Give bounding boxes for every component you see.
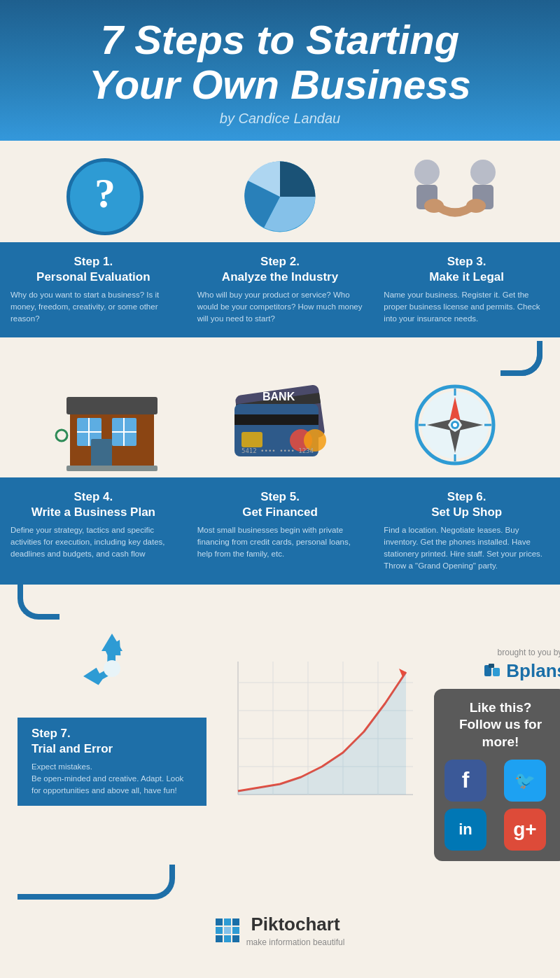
byline: by Candice Landau: [21, 111, 539, 127]
step3-info: Step 3. Make it Legal Name your business…: [373, 251, 560, 329]
svg-point-7: [56, 430, 67, 441]
step5-title: Step 5. Get Financed: [197, 489, 363, 520]
svg-rect-9: [66, 397, 158, 414]
handshake-icon: [410, 158, 500, 239]
svg-text:5412 •••• •••• 1234: 5412 •••• •••• 1234: [241, 447, 314, 454]
piktochart-tagline: make information beautiful: [246, 937, 345, 947]
bottom-icons-row: BANK 5412 •••• •••• 1234: [0, 376, 560, 474]
compass-icon: [413, 383, 497, 467]
step7-title: Step 7. Trial and Error: [31, 726, 192, 757]
social-icons-grid: f 🐦 in g+: [444, 760, 556, 851]
facebook-icon[interactable]: f: [444, 760, 486, 802]
left-curve-row: [0, 585, 560, 623]
twitter-icon[interactable]: 🐦: [504, 760, 546, 802]
step4-title: Step 4. Write a Business Plan: [10, 489, 176, 520]
infographic: 7 Steps to Starting Your Own Business by…: [0, 0, 560, 962]
svg-marker-51: [238, 672, 406, 795]
social-cta: Like this? Follow us for more!: [444, 699, 556, 751]
growth-chart: [217, 655, 420, 816]
curve-right-connector: [500, 341, 542, 376]
step6-info: Step 6. Set Up Shop Find a location. Neg…: [373, 486, 560, 576]
recycle-icon: [70, 627, 154, 711]
step1-desc: Why do you want to start a business? Is …: [10, 289, 176, 326]
social-column: brought to you by : Bplans Like this? Fo…: [430, 648, 560, 861]
bottom-curve-element: [18, 865, 175, 900]
step6-title: Step 6. Set Up Shop: [384, 489, 550, 520]
piktochart-branding: Piktochart make information beautiful: [14, 914, 546, 948]
svg-rect-12: [91, 439, 112, 467]
pie-chart-icon: [241, 158, 318, 235]
step4-icon-block: [368, 383, 542, 474]
step3-desc: Name your business. Register it. Get the…: [384, 289, 550, 326]
blue-band-bottom: Step 6. Set Up Shop Find a location. Neg…: [0, 477, 560, 585]
main-title: 7 Steps to Starting Your Own Business: [21, 18, 539, 107]
step4-info: Step 4. Write a Business Plan Define you…: [0, 486, 187, 576]
step3-icon-block: [368, 158, 542, 239]
bplans-name: Bplans: [506, 660, 560, 682]
step1-title: Step 1. Personal Evaluation: [10, 254, 176, 285]
credit-card-icon: BANK 5412 •••• •••• 1234: [227, 383, 332, 467]
svg-point-39: [104, 660, 120, 677]
step6-desc: Find a location. Negotiate leases. Buy i…: [384, 524, 550, 573]
piktochart-logo-grid: [216, 918, 239, 942]
svg-point-5: [424, 199, 444, 213]
step5-icon-block: BANK 5412 •••• •••• 1234: [192, 383, 368, 474]
linkedin-icon[interactable]: in: [444, 809, 486, 851]
social-box: Like this? Follow us for more! f 🐦 in g+: [434, 689, 560, 861]
step3-title: Step 3. Make it Legal: [384, 254, 550, 285]
step1-info: Step 1. Personal Evaluation Why do you w…: [0, 251, 187, 329]
googleplus-icon[interactable]: g+: [504, 809, 546, 851]
svg-text:BANK: BANK: [262, 391, 295, 403]
step6-icon-block: [18, 383, 192, 474]
title-section: 7 Steps to Starting Your Own Business by…: [0, 0, 560, 141]
svg-rect-21: [234, 414, 318, 425]
store-icon: [49, 383, 161, 474]
bplans-area: brought to you by : Bplans: [430, 648, 560, 682]
step2-title: Step 2. Analyze the Industry: [197, 254, 363, 285]
bplans-icon: [483, 662, 503, 679]
step4-desc: Define your strategy, tactics and specif…: [10, 524, 176, 561]
step2-desc: Who will buy your product or service? Wh…: [197, 289, 363, 326]
bottom-curve-area: [0, 865, 560, 900]
svg-point-38: [453, 423, 457, 427]
step2-icon-block: [192, 158, 368, 239]
svg-rect-22: [241, 432, 262, 447]
svg-rect-53: [493, 668, 500, 676]
bottom-section: Step 7. Trial and Error Expect mistakes.…: [0, 623, 560, 868]
brought-by-text: brought to you by :: [430, 648, 560, 657]
step7-band: Step 7. Trial and Error Expect mistakes.…: [18, 718, 206, 806]
curve-left-connector: [18, 585, 59, 620]
svg-rect-17: [66, 466, 158, 471]
step1-icon-block: ?: [18, 158, 192, 239]
top-icons-row: ?: [0, 141, 560, 239]
step7-icon-area: [18, 627, 206, 711]
svg-rect-54: [489, 664, 494, 668]
svg-point-1: [414, 160, 440, 185]
piktochart-name: Piktochart: [251, 914, 340, 935]
step7-desc: Expect mistakes. Be open-minded and crea…: [31, 761, 192, 797]
right-curve: [0, 337, 560, 376]
svg-point-3: [470, 160, 496, 185]
step2-info: Step 2. Analyze the Industry Who will bu…: [187, 251, 374, 329]
question-mark-icon: ?: [66, 158, 144, 235]
chart-area: [217, 627, 420, 816]
step5-info: Step 5. Get Financed Most small business…: [187, 486, 374, 576]
step5-desc: Most small businesses begin with private…: [197, 524, 363, 561]
step7-column: Step 7. Trial and Error Expect mistakes.…: [18, 627, 206, 806]
blue-band-top: Step 1. Personal Evaluation Why do you w…: [0, 242, 560, 337]
svg-point-6: [466, 199, 486, 213]
footer: Piktochart make information beautiful: [0, 900, 560, 962]
